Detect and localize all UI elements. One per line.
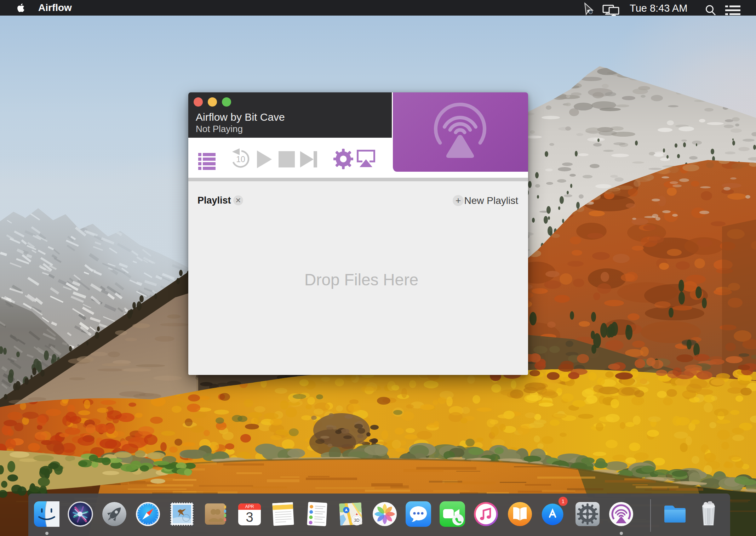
svg-text:APR: APR [245,504,254,509]
svg-text:1: 1 [562,498,565,504]
svg-text:3D: 3D [354,518,360,523]
svg-text:10: 10 [236,155,245,164]
svg-text:3: 3 [246,510,253,525]
